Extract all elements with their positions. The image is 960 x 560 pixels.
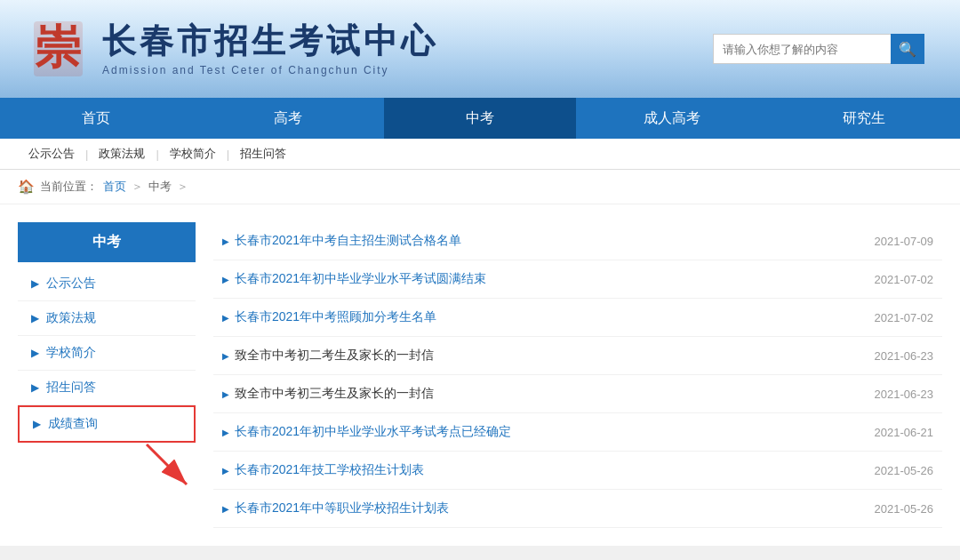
list-item: 长春市2021年技工学校招生计划表2021-05-26 (213, 452, 942, 490)
sidebar-item-政策法规[interactable]: ▶政策法规 (18, 301, 196, 336)
header: 崇 长春市招生考试中心 Admission and Test Ceter of … (0, 0, 960, 98)
content-link[interactable]: 长春市2021年中考自主招生测试合格名单 (222, 233, 461, 249)
sidebar-item-label: 公示公告 (46, 276, 96, 292)
search-input[interactable] (713, 34, 891, 64)
nav-item-成人高考[interactable]: 成人高考 (576, 98, 768, 139)
sidebar-item-label: 学校简介 (46, 345, 96, 361)
content-date: 2021-05-26 (875, 464, 934, 477)
breadcrumb-section: 中考 (148, 179, 172, 195)
content-link[interactable]: 长春市2021年中等职业学校招生计划表 (222, 500, 449, 516)
sidebar-item-label: 成绩查询 (48, 416, 98, 432)
sidebar-item-label: 政策法规 (46, 310, 96, 326)
nav-item-中考[interactable]: 中考 (384, 98, 576, 139)
breadcrumb-home-icon: 🏠 (18, 179, 35, 195)
sidebar-item-招生问答[interactable]: ▶招生问答 (18, 371, 196, 405)
main-nav: 首页高考中考成人高考研究生 (0, 98, 960, 139)
subnav-item-招生问答[interactable]: 招生问答 (229, 146, 297, 162)
content-link[interactable]: 长春市2021年中考照顾加分考生名单 (222, 309, 436, 325)
sidebar-item-成绩查询[interactable]: ▶成绩查询 (18, 405, 196, 443)
list-item: 长春市2021年初中毕业学业水平考试考点已经确定2021-06-21 (213, 413, 942, 452)
list-item: 致全市中考初二考生及家长的一封信2021-06-23 (213, 337, 942, 375)
content-link[interactable]: 长春市2021年初中毕业学业水平考试考点已经确定 (222, 424, 511, 440)
sidebar-arrow-icon: ▶ (31, 277, 39, 290)
content-link: 致全市中考初二考生及家长的一封信 (222, 348, 434, 364)
content-date: 2021-05-26 (875, 502, 934, 516)
search-button[interactable]: 🔍 (891, 34, 924, 64)
subnav-item-公示公告[interactable]: 公示公告 (18, 146, 85, 162)
content-link: 致全市中考初三考生及家长的一封信 (222, 386, 434, 402)
list-item: 长春市2021年中考照顾加分考生名单2021-07-02 (213, 299, 942, 337)
breadcrumb-sep2: ＞ (177, 179, 188, 195)
nav-item-首页[interactable]: 首页 (0, 98, 192, 139)
list-item: 长春市2021年初中毕业学业水平考试圆满结束2021-07-02 (213, 260, 942, 299)
content-date: 2021-06-23 (875, 388, 934, 401)
sidebar-item-label: 招生问答 (46, 380, 96, 396)
subnav-item-政策法规[interactable]: 政策法规 (88, 146, 156, 162)
list-item: 致全市中考初三考生及家长的一封信2021-06-23 (213, 375, 942, 413)
nav-item-研究生[interactable]: 研究生 (768, 98, 960, 139)
sidebar-item-公示公告[interactable]: ▶公示公告 (18, 267, 196, 301)
subnav-item-学校简介[interactable]: 学校简介 (159, 146, 227, 162)
logo-icon: 崇 (27, 16, 89, 83)
sidebar-arrow-icon: ▶ (31, 312, 39, 324)
main-content: 中考 ▶公示公告▶政策法规▶学校简介▶招生问答▶成绩查询 长春市2021年中考自… (0, 204, 960, 546)
content-link[interactable]: 长春市2021年技工学校招生计划表 (222, 462, 424, 478)
header-logo: 崇 长春市招生考试中心 Admission and Test Ceter of … (27, 16, 438, 83)
content-list: 长春市2021年中考自主招生测试合格名单2021-07-09长春市2021年初中… (213, 222, 942, 528)
sidebar-arrow-icon: ▶ (33, 418, 41, 430)
sidebar-item-学校简介[interactable]: ▶学校简介 (18, 336, 196, 371)
breadcrumb: 🏠 当前位置： 首页 ＞ 中考 ＞ (0, 170, 960, 204)
sidebar: 中考 ▶公示公告▶政策法规▶学校简介▶招生问答▶成绩查询 (18, 222, 196, 528)
content-date: 2021-07-09 (875, 235, 934, 248)
nav-item-高考[interactable]: 高考 (192, 98, 384, 139)
breadcrumb-home-link[interactable]: 首页 (103, 179, 126, 195)
content-link[interactable]: 长春市2021年初中毕业学业水平考试圆满结束 (222, 271, 486, 287)
content-date: 2021-06-21 (875, 426, 934, 439)
content-date: 2021-06-23 (875, 349, 934, 363)
list-item: 长春市2021年中等职业学校招生计划表2021-05-26 (213, 490, 942, 528)
content-date: 2021-07-02 (875, 311, 934, 324)
svg-text:崇: 崇 (35, 22, 81, 73)
breadcrumb-sep1: ＞ (132, 179, 143, 195)
subnav: 公示公告|政策法规|学校简介|招生问答 (0, 139, 960, 170)
search-icon: 🔍 (899, 41, 916, 58)
sidebar-arrow-icon: ▶ (31, 381, 39, 394)
sidebar-title: 中考 (18, 222, 196, 262)
sidebar-arrow-icon: ▶ (31, 347, 39, 359)
content-date: 2021-07-02 (875, 273, 934, 286)
list-item: 长春市2021年中考自主招生测试合格名单2021-07-09 (213, 222, 942, 260)
logo-text: 长春市招生考试中心 Admission and Test Ceter of Ch… (102, 21, 438, 76)
breadcrumb-label: 当前位置： (40, 179, 98, 195)
logo-title: 长春市招生考试中心 (102, 21, 438, 62)
logo-subtitle: Admission and Test Ceter of Changchun Ci… (102, 64, 438, 76)
header-search: 🔍 (713, 34, 924, 64)
